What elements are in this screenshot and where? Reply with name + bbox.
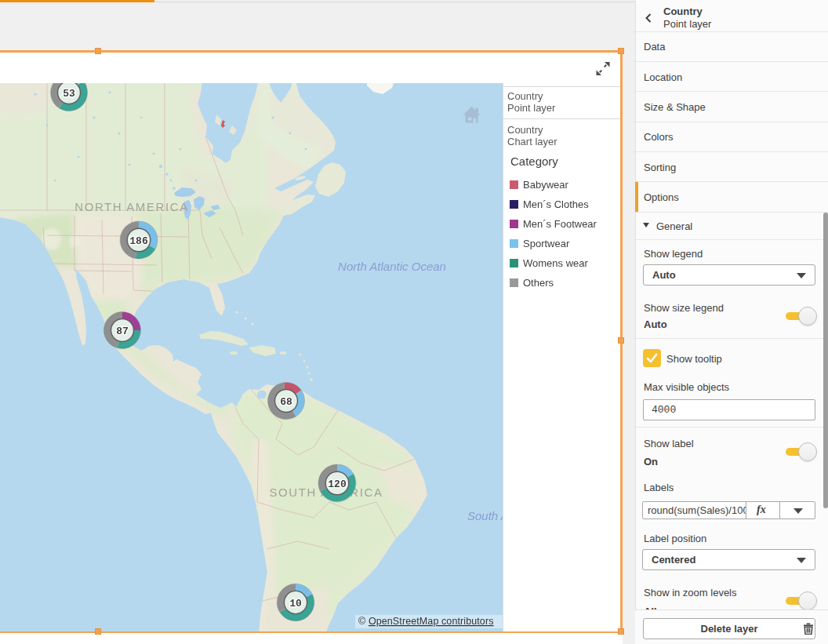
svg-text:87: 87 — [116, 326, 129, 337]
svg-text:North Atlantic Ocean: North Atlantic Ocean — [338, 260, 446, 273]
svg-text:10: 10 — [289, 598, 302, 609]
svg-text:South Atlantic: South Atlantic — [467, 509, 503, 522]
svg-text:186: 186 — [129, 235, 148, 247]
svg-text:53: 53 — [63, 88, 75, 100]
svg-text:© OpenStreetMap contributors: © OpenStreetMap contributors — [358, 616, 494, 627]
svg-text:120: 120 — [328, 478, 347, 490]
svg-text:NORTH AMERICA: NORTH AMERICA — [74, 200, 189, 213]
svg-text:68: 68 — [280, 396, 292, 408]
